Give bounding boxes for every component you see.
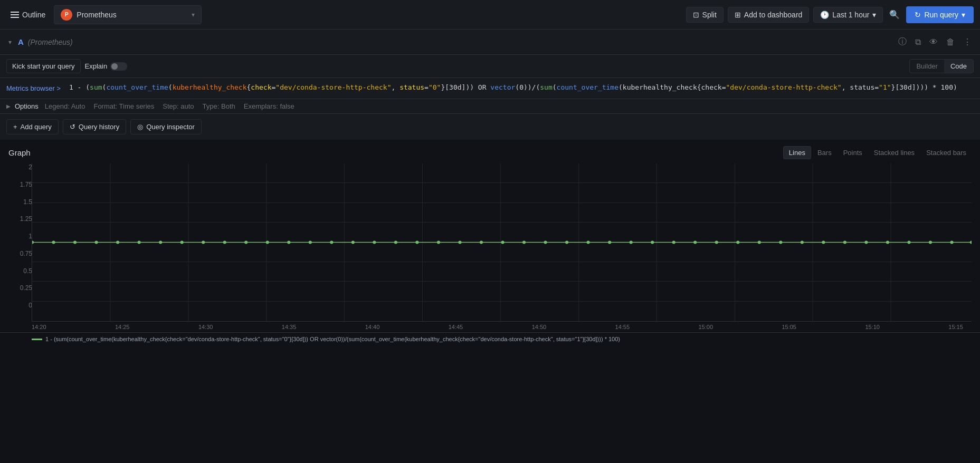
legend-text: 1 - (sum(count_over_time(kuberhealthy_ch… [45,336,620,342]
builder-button[interactable]: Builder [910,60,944,73]
datasource-selector[interactable]: P Prometheus ▾ [54,5,202,24]
query-inspector-label: Query inspector [146,123,195,131]
query-editor-row: Metrics browser > 1 - (sum(count_over_ti… [0,78,980,99]
zoom-out-button[interactable]: 🔍 [887,7,902,22]
svg-point-21 [244,241,248,244]
lines-button[interactable]: Lines [783,146,811,159]
query-history-button[interactable]: ↺ Query history [63,119,126,134]
points-label: Points [843,149,862,157]
svg-point-29 [415,241,418,244]
points-button[interactable]: Points [838,146,868,159]
svg-point-34 [522,241,526,244]
options-chevron-icon[interactable]: ▶ [6,103,11,109]
time-range-button[interactable]: 🕐 Last 1 hour ▾ [813,7,883,23]
split-icon: ⊡ [693,11,699,19]
svg-point-26 [351,241,355,244]
svg-point-36 [565,241,568,244]
options-row: ▶ Options Legend: Auto Format: Time seri… [0,99,980,113]
bars-button[interactable]: Bars [812,146,837,159]
svg-point-24 [309,241,312,244]
chart-area: 14:20 14:25 14:30 14:35 14:40 14:45 14:5… [32,163,972,332]
hamburger-icon [11,12,19,18]
svg-point-37 [587,241,590,244]
query-header-actions: ⓘ ⧉ 👁 🗑 ⋮ [896,34,974,50]
svg-point-13 [73,241,77,244]
code-label: Code [950,62,967,70]
eye-button[interactable]: 👁 [927,35,940,49]
y-label-075: 0.75 [8,250,32,257]
refresh-icon: ↻ [915,11,921,19]
svg-point-14 [95,241,98,244]
explain-label: Explain [85,62,108,70]
add-to-dashboard-button[interactable]: ⊞ Add to dashboard [728,7,810,23]
split-button[interactable]: ⊡ Split [686,7,724,23]
y-label-2: 2 [8,163,32,171]
plus-icon: + [13,123,17,131]
outline-button[interactable]: Outline [6,8,50,21]
svg-point-49 [843,241,846,244]
graph-panel: Graph Lines Bars Points Stacked lines St… [0,140,980,344]
zoom-icon: 🔍 [889,9,900,20]
collapse-button[interactable]: ▾ [6,36,14,48]
svg-point-35 [544,241,547,244]
stacked-lines-label: Stacked lines [874,149,915,157]
options-label[interactable]: Options [15,102,39,110]
history-icon: ↺ [70,123,75,131]
svg-point-19 [202,241,205,244]
svg-point-47 [801,241,804,244]
svg-point-18 [180,241,184,244]
copy-button[interactable]: ⧉ [913,35,923,49]
x-label-1420: 14:20 [32,324,46,330]
dashboard-icon: ⊞ [735,11,741,19]
svg-point-43 [715,241,718,244]
svg-point-33 [501,241,504,244]
x-label-1505: 15:05 [782,324,796,330]
info-button[interactable]: ⓘ [896,34,909,50]
x-label-1515: 15:15 [948,324,963,330]
y-axis: 0 0.25 0.5 0.75 1 1.25 1.5 1.75 2 [8,163,32,309]
explain-toggle[interactable] [110,62,127,71]
svg-point-52 [907,241,910,244]
run-query-button[interactable]: ↻ Run query ▾ [906,6,974,23]
svg-point-55 [970,241,972,244]
x-label-1435: 14:35 [282,324,297,330]
svg-point-41 [672,241,675,244]
type-option: Type: Both [203,102,235,110]
time-label: Last 1 hour [832,11,869,19]
split-label: Split [702,11,717,19]
x-label-1445: 14:45 [449,324,463,330]
query-inspector-button[interactable]: ◎ Query inspector [130,119,202,134]
delete-button[interactable]: 🗑 [944,35,957,49]
query-editor[interactable]: 1 - (sum(count_over_time(kuberhealthy_ch… [69,82,974,93]
bars-label: Bars [817,149,832,157]
svg-point-50 [864,241,868,244]
run-query-label: Run query [924,11,958,19]
svg-point-31 [458,241,461,244]
stacked-lines-button[interactable]: Stacked lines [869,146,920,159]
svg-point-23 [287,241,290,244]
chevron-down-icon: ▾ [872,11,876,19]
svg-point-38 [608,241,611,244]
chart-svg [32,163,972,321]
svg-point-42 [693,241,697,244]
svg-point-20 [223,241,226,244]
y-label-1: 1 [8,233,32,240]
add-query-button[interactable]: + Add query [6,119,59,134]
stacked-bars-button[interactable]: Stacked bars [921,146,972,159]
svg-point-16 [138,241,141,244]
kick-start-button[interactable]: Kick start your query [6,59,81,73]
stacked-bars-label: Stacked bars [926,149,966,157]
svg-point-17 [159,241,162,244]
svg-point-39 [630,241,633,244]
more-options-button[interactable]: ⋮ [961,35,974,49]
query-bottom-actions: + Add query ↺ Query history ◎ Query insp… [0,114,980,140]
exemplars-option: Exemplars: false [244,102,294,110]
code-button[interactable]: Code [944,60,973,73]
metrics-browser-button[interactable]: Metrics browser > [6,82,65,94]
format-option: Format: Time series [93,102,154,110]
svg-point-15 [116,241,119,244]
svg-point-40 [651,241,654,244]
y-label-05: 0.5 [8,267,32,275]
legend-color [32,339,42,340]
graph-content: 0 0.25 0.5 0.75 1 1.25 1.5 1.75 2 [0,163,980,332]
